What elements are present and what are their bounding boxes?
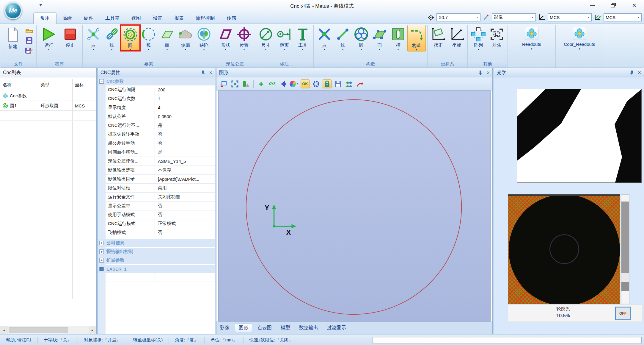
status-z-limit-toggle[interactable]: 快速z软限位:『关闭』	[244, 337, 299, 344]
tab-gaoji[interactable]: 高级	[56, 13, 78, 24]
property-row[interactable]: CNC运行间隔200	[106, 85, 215, 94]
close-icon[interactable]: ×	[486, 70, 490, 75]
group-row-laser1[interactable]: − LASER_1	[98, 265, 215, 273]
property-row[interactable]: 运行安全文件关闭此功能	[106, 193, 215, 202]
prop-value[interactable]: 4	[155, 105, 215, 110]
open-button[interactable]	[25, 26, 34, 35]
prop-value[interactable]: 1	[155, 96, 215, 101]
property-row[interactable]: CNC运行次数1	[106, 94, 215, 103]
construct-slot-button[interactable]: 槽 ▼	[389, 25, 407, 51]
cnc-param-row[interactable]: Cnc参数	[0, 91, 96, 101]
tab-chuangan[interactable]: 传感	[221, 13, 242, 24]
coor-readouts-button[interactable]: Coor_Readouts ▼	[557, 25, 602, 50]
expand-icon[interactable]: −	[99, 267, 104, 271]
light-intensity-value[interactable]: 10.5%	[508, 313, 618, 319]
prop-value[interactable]: 正常模式	[155, 221, 215, 227]
prop-value[interactable]: 200	[155, 87, 215, 92]
construct-plane-button[interactable]: 面 ▼	[370, 25, 389, 51]
tab-graphic[interactable]: 图形	[235, 324, 252, 332]
run-button[interactable]: 运行 ▼	[38, 25, 59, 51]
property-row[interactable]: 显示公差带否	[106, 202, 215, 210]
tab-filterdisplay[interactable]: 过滤显示	[327, 325, 346, 331]
tab-shitu[interactable]: 视图	[125, 13, 147, 24]
property-row[interactable]: 形位公差评价...ASME_Y14_5	[106, 157, 215, 166]
expand-icon[interactable]: +	[99, 241, 104, 245]
optics-vscrollbar[interactable]	[621, 194, 629, 304]
annotation-tool-button[interactable]: 工具 ▼	[293, 25, 312, 51]
element-defect-button[interactable]: 缺陷 ▼	[195, 25, 213, 51]
prop-value[interactable]: 否	[155, 132, 215, 137]
scroll-right-button[interactable]: ►	[89, 326, 96, 334]
element-circle-button[interactable]: 圆 ▼	[121, 25, 139, 51]
cnc-list-hscrollbar[interactable]: ◄ ►	[0, 326, 96, 334]
save-button[interactable]	[25, 36, 34, 45]
property-row[interactable]: 超公差转手动否	[106, 139, 215, 148]
pin-icon[interactable]	[630, 70, 634, 75]
close-icon[interactable]: ×	[638, 70, 641, 75]
minimize-button[interactable]	[588, 2, 597, 9]
prop-value[interactable]: 0.0500	[155, 114, 215, 119]
annotation-distance-button[interactable]: 距离 ▼	[275, 25, 293, 51]
element-line-button[interactable]: 线 ▼	[103, 25, 121, 51]
scroll-left-button[interactable]: ◄	[0, 326, 8, 334]
property-row[interactable]: 飞拍模式否	[106, 228, 215, 237]
status-object-snap-toggle[interactable]: 对象捕捉:『开启』	[78, 337, 127, 344]
readouts-button[interactable]: Readouts ▼	[509, 25, 554, 50]
new-button[interactable]: 新建	[2, 25, 23, 49]
column-header-name[interactable]: 名称	[0, 79, 38, 91]
workpiece-coordinate-select[interactable]: MCS ▼	[604, 13, 642, 21]
group-row-cnc-params[interactable]: − Cnc参数	[98, 77, 215, 85]
scrollbar-thumb[interactable]	[9, 327, 68, 333]
tab-changyong[interactable]: 常用	[33, 13, 56, 24]
prop-value[interactable]: 是	[155, 123, 215, 128]
prop-value[interactable]: ASME_Y14_5	[155, 159, 215, 164]
construct-point-button[interactable]: 点 ▼	[315, 25, 334, 51]
pin-icon[interactable]	[479, 70, 482, 75]
construct-circle-button[interactable]: 圆 ▼	[352, 25, 370, 51]
prop-value[interactable]: 否	[155, 230, 215, 235]
close-icon[interactable]: ×	[209, 70, 212, 75]
tab-image[interactable]: 影像	[220, 325, 230, 331]
redo-button[interactable]	[356, 79, 365, 88]
annotation-dimension-button[interactable]: 尺寸 ▼	[257, 25, 275, 51]
status-angle-unit[interactable]: 角度:『度』	[169, 337, 205, 344]
property-row[interactable]: 默认公差0.0500	[106, 112, 215, 121]
expand-icon[interactable]: +	[99, 258, 104, 263]
scrollbar-thumb[interactable]	[621, 202, 629, 273]
property-row[interactable]: 同画面不移动...是	[106, 148, 215, 157]
property-row[interactable]: 影像输出选项不保存	[106, 166, 215, 175]
property-row[interactable]: 显示精度4	[106, 103, 215, 112]
tab-dataoutput[interactable]: 数据输出	[299, 325, 318, 331]
expand-icon[interactable]: +	[99, 249, 104, 254]
tab-gongjuxiang[interactable]: 工具箱	[99, 13, 125, 24]
zoom-fit-button[interactable]	[230, 79, 239, 88]
scrollbar-track[interactable]	[8, 326, 89, 334]
prop-value[interactable]: 不保存	[155, 167, 215, 173]
prop-value[interactable]: 否	[155, 141, 215, 146]
tab-pointcloud[interactable]: 点云图	[257, 325, 272, 331]
tab-liuchengkongzhi[interactable]: 流程控制	[190, 13, 221, 24]
lock-button[interactable]	[323, 79, 332, 88]
property-row[interactable]: 使用手动模式否	[106, 210, 215, 219]
tab-shezhi[interactable]: 设置	[147, 13, 168, 24]
tab-baobiao[interactable]: 报表	[168, 13, 190, 24]
tab-model[interactable]: 模型	[281, 325, 290, 331]
focus-button[interactable]: 对焦	[488, 25, 506, 48]
prop-value[interactable]: [AppPath]\CADPict...	[155, 177, 215, 182]
graphics-canvas[interactable]: Y X	[218, 90, 491, 321]
group-row-report-output[interactable]: + 报告输出控制	[98, 248, 215, 256]
display-mode-button[interactable]	[241, 79, 250, 88]
construct-line-button[interactable]: 线 ▼	[334, 25, 352, 51]
property-row[interactable]: CNC运行时不...是	[106, 121, 215, 130]
collapse-icon[interactable]: −	[99, 79, 104, 84]
group-row-extended-params[interactable]: + 扩展参数	[98, 256, 215, 264]
color-wheel-button[interactable]: ▼	[290, 79, 299, 88]
ok-confirm-button[interactable]: OK	[301, 79, 310, 88]
circle1-row[interactable]: 圆1 环形取圆 MCS	[0, 101, 96, 111]
column-header-coord[interactable]: 坐标	[73, 79, 96, 91]
element-plane-button[interactable]: 面 ▼	[158, 25, 176, 51]
prop-value[interactable]: 关闭此功能	[155, 194, 215, 200]
flip-view-button[interactable]	[279, 79, 288, 88]
xyz-readout-button[interactable]: XYZ	[268, 79, 277, 88]
close-button[interactable]: ×	[630, 2, 639, 9]
